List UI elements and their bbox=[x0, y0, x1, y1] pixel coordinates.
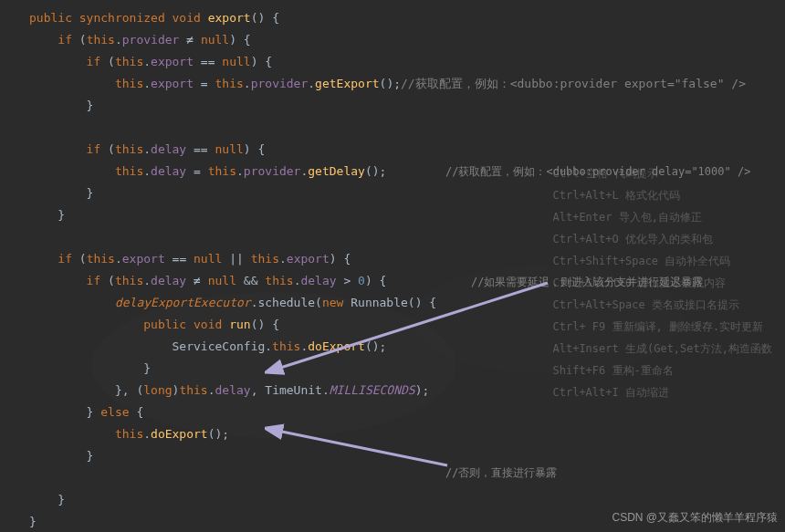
hint-item: Ctrl+空格 代码提示 bbox=[553, 162, 773, 184]
hint-item: Ctrl+Alt+Space 类名或接口名提示 bbox=[553, 294, 773, 316]
watermark: CSDN @又蠢又笨的懒羊羊程序猿 bbox=[612, 506, 778, 528]
hint-item: Ctrl+Shift+O 弹出显示查找内容 bbox=[553, 272, 773, 294]
hint-item: Ctrl+Alt+O 优化导入的类和包 bbox=[553, 228, 773, 250]
hint-item: Ctrl+Shift+Space 自动补全代码 bbox=[553, 250, 773, 272]
shortcut-hints: Ctrl+空格 代码提示 Ctrl+Alt+L 格式化代码 Alt+Enter … bbox=[553, 162, 773, 403]
comment-else-branch: //否则，直接进行暴露 bbox=[445, 462, 557, 484]
hint-item: Alt+Insert 生成(Get,Set方法,构造函数 bbox=[553, 338, 773, 360]
hint-item: Alt+Enter 导入包,自动修正 bbox=[553, 206, 773, 228]
hint-item: Ctrl+Alt+I 自动缩进 bbox=[553, 381, 773, 403]
hint-item: Ctrl+ F9 重新编译, 删除缓存.实时更新 bbox=[553, 316, 773, 338]
comment-export-config: //获取配置，例如：<dubbo:provider export="false"… bbox=[401, 77, 746, 90]
hint-item: Ctrl+Alt+L 格式化代码 bbox=[553, 184, 773, 206]
hint-item: Shift+F6 重构-重命名 bbox=[553, 360, 773, 381]
